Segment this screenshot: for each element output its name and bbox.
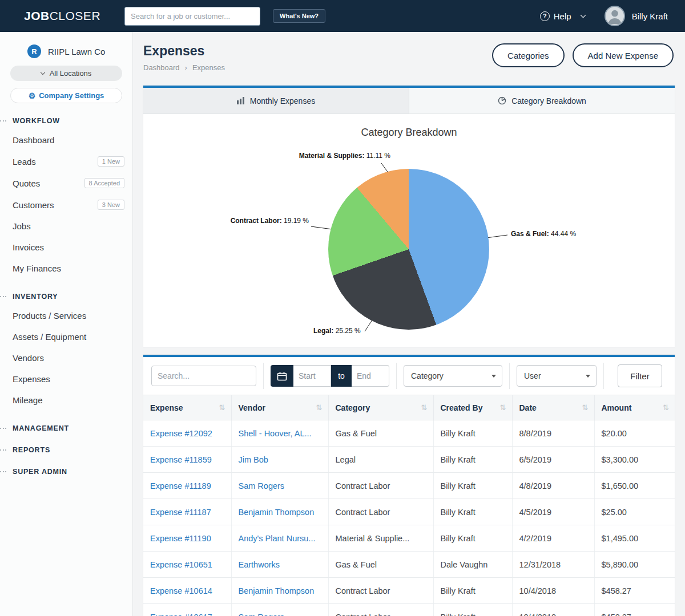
sidebar-item-badge: 1 New: [98, 156, 124, 167]
sidebar-item-my-finances[interactable]: My Finances: [0, 258, 132, 279]
column-header-amount[interactable]: Amount⇅: [594, 395, 675, 420]
cell-amount: $458.27: [594, 578, 675, 604]
help-menu[interactable]: ? Help: [540, 11, 585, 21]
expenses-table: Expense⇅Vendor⇅Category⇅Created By⇅Date⇅…: [143, 395, 675, 616]
vendor-link[interactable]: Sam Rogers: [239, 613, 285, 616]
whats-new-button[interactable]: What's New?: [273, 9, 325, 23]
cell-date: 4/5/2019: [512, 499, 594, 525]
vendor-link[interactable]: Sam Rogers: [239, 481, 285, 491]
sidebar-item-jobs[interactable]: Jobs: [0, 216, 132, 237]
sidebar-item-assets-equipment[interactable]: Assets / Equipment: [0, 326, 132, 347]
filter-divider: [396, 363, 397, 389]
sidebar-item-mileage[interactable]: Mileage: [0, 390, 132, 411]
tab-monthly-expenses[interactable]: Monthly Expenses: [143, 88, 409, 114]
column-header-vendor[interactable]: Vendor⇅: [231, 395, 328, 420]
expense-link[interactable]: Expense #12092: [150, 429, 212, 438]
sidebar-item-dashboard[interactable]: Dashboard: [0, 129, 132, 151]
locations-dropdown[interactable]: All Locations: [10, 66, 122, 81]
global-search-input[interactable]: [124, 7, 260, 26]
tab-label: Monthly Expenses: [250, 96, 315, 106]
company-name: RIIPL Lawn Co: [48, 47, 105, 56]
breadcrumb-dashboard[interactable]: Dashboard: [143, 63, 180, 72]
tab-category-breakdown[interactable]: Category Breakdown: [409, 88, 675, 114]
cell-date: 6/5/2019: [512, 447, 594, 473]
table-body: Expense #12092Shell - Hoover, AL...Gas &…: [143, 420, 675, 616]
sidebar-item-invoices[interactable]: Invoices: [0, 237, 132, 258]
pie-label-legal: Legal: 25.25 %: [313, 327, 361, 335]
category-select[interactable]: Category: [404, 365, 502, 387]
vendor-link[interactable]: Benjamin Thompson: [239, 508, 315, 517]
tab-label: Category Breakdown: [511, 96, 586, 106]
cell-created-by: Billy Kraft: [433, 604, 512, 616]
expense-link[interactable]: Expense #11859: [150, 455, 212, 464]
sidebar-item-quotes[interactable]: Quotes8 Accepted: [0, 172, 132, 194]
add-new-expense-button[interactable]: Add New Expense: [573, 43, 674, 67]
app-logo[interactable]: JOBCLOSER: [24, 9, 100, 23]
user-avatar[interactable]: [605, 6, 625, 26]
calendar-button[interactable]: [271, 365, 293, 387]
navbar-right: ? Help Billy Kraft: [540, 6, 668, 26]
expense-link[interactable]: Expense #10651: [150, 560, 212, 569]
date-to-label: to: [331, 365, 352, 387]
categories-button[interactable]: Categories: [492, 43, 565, 67]
sidebar-item-badge: 3 New: [98, 200, 124, 210]
expense-link[interactable]: Expense #11189: [150, 481, 211, 491]
cell-date: 10/4/2018: [512, 578, 594, 604]
sidebar-item-label: Mileage: [13, 395, 43, 405]
column-header-date[interactable]: Date⇅: [512, 395, 594, 420]
cell-amount: $25.00: [594, 499, 675, 525]
sidebar-item-customers[interactable]: Customers3 New: [0, 194, 132, 216]
pie-label-contract-labor: Contract Labor: 19.19 %: [206, 217, 309, 225]
sidebar-item-label: Quotes: [13, 179, 40, 188]
sidebar-item-label: Expenses: [13, 374, 50, 384]
cell-category: Contract Labor: [328, 499, 433, 525]
company-settings-button[interactable]: ⚙ Company Settings: [10, 88, 122, 103]
vendor-link[interactable]: Andy's Plant Nursu...: [239, 534, 316, 543]
chevron-down-icon: [580, 13, 586, 18]
vendor-link[interactable]: Jim Bob: [239, 455, 268, 464]
sidebar-item-vendors[interactable]: Vendors: [0, 347, 132, 368]
expense-link[interactable]: Expense #11187: [150, 508, 211, 517]
expense-link[interactable]: Expense #10617: [150, 613, 212, 616]
column-label: Category: [336, 403, 370, 412]
chart-card: Monthly Expenses Category Breakdown Cate…: [143, 86, 675, 347]
cell-date: 12/31/2018: [512, 552, 594, 578]
sort-icon: ⇅: [582, 403, 589, 412]
settings-label: Company Settings: [39, 91, 104, 100]
date-end-input[interactable]: [352, 365, 389, 387]
table-row: Expense #11190Andy's Plant Nursu...Mater…: [143, 525, 675, 552]
sidebar-item-leads[interactable]: Leads1 New: [0, 151, 132, 172]
sidebar-item-products-services[interactable]: Products / Services: [0, 305, 132, 326]
sidebar-item-expenses[interactable]: Expenses: [0, 368, 132, 390]
sidebar-section-management: MANAGEMENT: [13, 424, 132, 432]
vendor-link[interactable]: Benjamin Thompson: [239, 586, 315, 595]
sidebar-nav: WORKFLOWDashboardLeads1 NewQuotes8 Accep…: [0, 117, 132, 476]
cell-created-by: Billy Kraft: [433, 499, 512, 525]
cell-amount: $3,300.00: [594, 447, 675, 473]
vendor-link[interactable]: Shell - Hoover, AL...: [239, 429, 312, 438]
table-row: Expense #10614Benjamin ThompsonContract …: [143, 578, 675, 604]
cell-expense: Expense #11187: [143, 499, 231, 525]
user-select[interactable]: User: [517, 365, 597, 387]
column-header-expense[interactable]: Expense⇅: [143, 395, 231, 420]
column-header-category[interactable]: Category⇅: [328, 395, 433, 420]
cell-created-by: Billy Kraft: [433, 473, 512, 499]
breadcrumb-current: Expenses: [192, 63, 225, 72]
page-header-left: Expenses Dashboard › Expenses: [143, 43, 225, 72]
column-header-created-by[interactable]: Created By⇅: [433, 395, 512, 420]
filter-divider: [509, 363, 510, 389]
filter-button[interactable]: Filter: [618, 364, 662, 387]
table-search-input[interactable]: [151, 366, 256, 386]
sidebar-section-super-admin: SUPER ADMIN: [13, 468, 132, 476]
vendor-link[interactable]: Earthworks: [239, 560, 280, 569]
sidebar-item-label: Jobs: [13, 221, 31, 231]
cell-category: Legal: [328, 447, 433, 473]
table-header-row: Expense⇅Vendor⇅Category⇅Created By⇅Date⇅…: [143, 395, 675, 420]
date-start-input[interactable]: [293, 365, 331, 387]
expense-link[interactable]: Expense #11190: [150, 534, 211, 543]
table-row: Expense #11189Sam RogersContract LaborBi…: [143, 473, 675, 499]
expense-link[interactable]: Expense #10614: [150, 586, 212, 595]
table-row: Expense #10651EarthworksGas & FuelDale V…: [143, 552, 675, 578]
user-menu[interactable]: Billy Kraft: [632, 11, 668, 21]
cell-amount: $458.27: [594, 604, 675, 616]
